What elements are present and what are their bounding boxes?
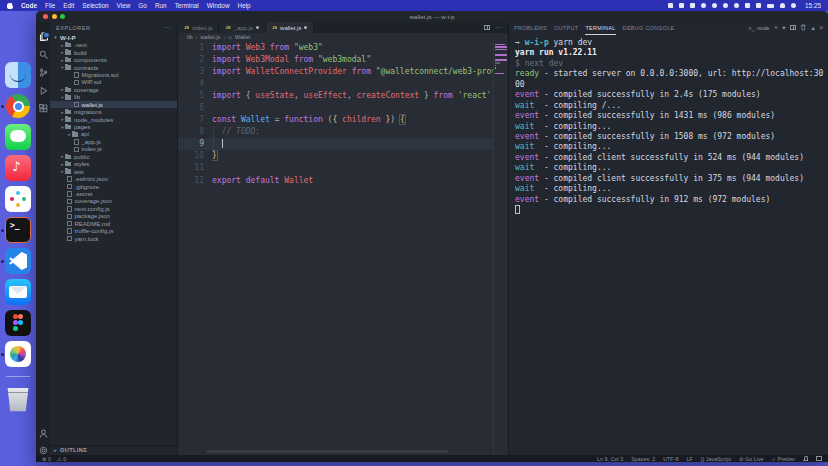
status-errors[interactable]: ⊗ 0 <box>42 456 51 462</box>
code-editor[interactable]: 1import Web3 from "web3"2import Web3Moda… <box>178 42 508 456</box>
explorer-icon[interactable] <box>39 27 48 36</box>
panel-tab-terminal[interactable]: TERMINAL <box>585 22 615 35</box>
menu-window[interactable]: Window <box>207 2 230 9</box>
dock-figma[interactable] <box>5 310 31 336</box>
status-lf[interactable]: LF <box>686 456 692 462</box>
moon-icon[interactable] <box>734 3 739 8</box>
bluetooth-icon[interactable] <box>756 3 761 8</box>
run-debug-icon[interactable] <box>39 81 48 90</box>
dock-finder[interactable] <box>5 62 31 88</box>
tree-file-.gitignore[interactable]: .gitignore <box>50 183 177 190</box>
dock-music[interactable] <box>5 155 31 181</box>
menu-view[interactable]: View <box>117 2 131 9</box>
close-window-icon[interactable] <box>43 14 48 19</box>
tree-folder-node_modules[interactable]: ▸node_modules <box>50 116 177 123</box>
zoom-window-icon[interactable] <box>60 14 65 19</box>
menu-run[interactable]: Run <box>155 2 167 9</box>
shell-selector[interactable]: >_ node <box>748 25 769 31</box>
status-ln-9-col-3[interactable]: Ln 9, Col 3 <box>597 456 623 462</box>
tree-file-truffle-config.js[interactable]: truffle-config.js <box>50 227 177 234</box>
tree-folder-migrations[interactable]: ▸migrations <box>50 108 177 115</box>
tree-file-.secret[interactable]: .secret <box>50 190 177 197</box>
explorer-root-folder[interactable]: ▾ W-I-P <box>50 33 177 42</box>
dock-mail[interactable] <box>5 279 31 305</box>
screen-mirroring-icon[interactable] <box>679 3 684 8</box>
tree-file-readme.md[interactable]: README.md <box>50 220 177 227</box>
apple-menu-icon[interactable] <box>7 2 14 10</box>
explorer-more-icon[interactable]: ⋯ <box>164 26 172 30</box>
battery-icon[interactable] <box>767 4 774 8</box>
tree-folder-api[interactable]: ▸api <box>50 131 177 138</box>
menu-edit[interactable]: Edit <box>63 2 74 9</box>
terminal-output[interactable]: → w-i-p yarn devyarn run v1.22.11$ next … <box>515 38 826 451</box>
breadcrumb-item[interactable]: Wallet <box>235 34 250 40</box>
tree-folder-contracts[interactable]: ▾contracts <box>50 64 177 71</box>
menu-code[interactable]: Code <box>21 2 37 9</box>
control-center-icon[interactable] <box>791 3 796 8</box>
maximize-icon[interactable]: ▴ <box>811 25 814 31</box>
dock-chrome[interactable] <box>5 93 31 119</box>
status--go-live[interactable]: ⊘ Go Live <box>739 456 764 462</box>
tree-file-.eslintrc.json[interactable]: .eslintrc.json <box>50 175 177 182</box>
account-icon[interactable] <box>39 424 48 433</box>
tree-file-package.json[interactable]: package.json <box>50 213 177 220</box>
tree-folder-lib[interactable]: ▾lib <box>50 94 177 101</box>
panel-tab-problems[interactable]: PROBLEMS <box>514 22 547 35</box>
close-icon[interactable]: × <box>819 25 823 31</box>
tree-file-yarn.lock[interactable]: yarn.lock <box>50 235 177 242</box>
status-spaces-2[interactable]: Spaces: 2 <box>631 456 655 462</box>
notification-icon[interactable] <box>668 3 673 8</box>
panel-tab-debug-console[interactable]: DEBUG CONSOLE <box>623 22 675 35</box>
menu-help[interactable]: Help <box>238 2 251 9</box>
dock-terminal[interactable] <box>5 217 31 243</box>
tree-file-index.js[interactable]: index.js <box>50 146 177 153</box>
tree-file-_app.js[interactable]: _app.js <box>50 138 177 145</box>
extensions-icon[interactable] <box>39 99 48 108</box>
tree-file-next.config.js[interactable]: next.config.js <box>50 205 177 212</box>
network-icon[interactable] <box>690 3 695 8</box>
layout-icon[interactable] <box>816 456 822 461</box>
source-control-icon[interactable] <box>39 63 48 72</box>
dock-slack[interactable] <box>5 186 31 212</box>
dock-photos[interactable] <box>5 341 31 367</box>
bell-icon[interactable] <box>803 456 808 461</box>
tree-folder-test[interactable]: ▸test <box>50 168 177 175</box>
tree-folder-coverage[interactable]: ▸coverage <box>50 86 177 93</box>
tree-folder-build[interactable]: ▸build <box>50 49 177 56</box>
menu-selection[interactable]: Selection <box>82 2 108 9</box>
new-terminal-icon[interactable]: + <box>774 25 778 31</box>
wifi-icon[interactable] <box>780 3 785 8</box>
menu-go[interactable]: Go <box>138 2 147 9</box>
globe-icon[interactable] <box>723 3 728 8</box>
tree-file-coverage.json[interactable]: coverage.json <box>50 198 177 205</box>
breadcrumb-item[interactable]: lib <box>187 34 193 40</box>
breadcrumb-item[interactable]: wallet.js <box>200 34 220 40</box>
clock[interactable]: 15:25 <box>805 2 821 9</box>
minimap[interactable] <box>493 42 508 456</box>
phone-icon[interactable] <box>745 3 750 8</box>
tree-file-wip.sol[interactable]: WIP.sol <box>50 79 177 86</box>
tab-_app.js[interactable]: JS_app.js <box>219 22 265 33</box>
tab-wallet.js[interactable]: JSwallet.js <box>266 22 314 33</box>
meet-icon[interactable] <box>712 3 717 8</box>
dock-trash[interactable] <box>5 386 31 412</box>
window-titlebar[interactable]: wallet.js — w-i-p <box>36 11 828 22</box>
tree-folder-.next[interactable]: ▸.next <box>50 42 177 49</box>
split-terminal-icon[interactable] <box>790 25 796 30</box>
outline-section[interactable]: ▸ OUTLINE <box>50 445 177 456</box>
tree-folder-styles[interactable]: ▸styles <box>50 161 177 168</box>
more-actions-icon[interactable]: ⋯ <box>495 24 502 32</box>
tree-file-migrations.sol[interactable]: Migrations.sol <box>50 71 177 78</box>
search-icon[interactable] <box>39 45 48 54</box>
tree-folder-components[interactable]: ▸components <box>50 56 177 63</box>
minimize-window-icon[interactable] <box>52 14 57 19</box>
horizontal-scrollbar[interactable] <box>206 450 448 453</box>
tab-index.js[interactable]: JSindex.js <box>178 22 219 33</box>
status--javascript[interactable]: {} JavaScript <box>701 456 731 462</box>
status-utf-8[interactable]: UTF-8 <box>663 456 678 462</box>
dock-vscode[interactable] <box>5 248 31 274</box>
menu-file[interactable]: File <box>45 2 55 9</box>
menu-terminal[interactable]: Terminal <box>175 2 199 9</box>
split-editor-icon[interactable] <box>484 25 490 30</box>
record-icon[interactable] <box>701 3 706 8</box>
